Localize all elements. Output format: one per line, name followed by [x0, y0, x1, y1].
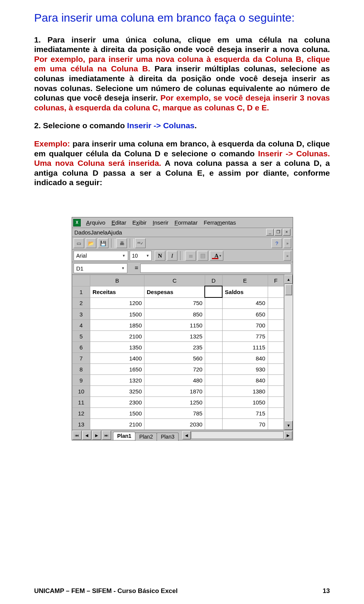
scroll-track[interactable] — [284, 296, 293, 421]
menu-ajuda[interactable]: Ajuda — [108, 229, 122, 236]
spellcheck-icon[interactable]: ᴬᴮ✓ — [135, 238, 146, 248]
scroll-left-icon[interactable]: ◀ — [182, 431, 191, 439]
cell[interactable] — [268, 286, 284, 297]
cell[interactable]: 1380 — [222, 386, 268, 397]
cell[interactable]: 930 — [222, 364, 268, 375]
print-icon[interactable]: 🖶 — [116, 238, 127, 248]
row-head[interactable]: 4 — [72, 320, 90, 331]
menu-exibir[interactable]: Exibir — [129, 219, 150, 226]
menu-arquivo[interactable]: Arquivo — [83, 219, 108, 226]
cell-active[interactable] — [205, 286, 222, 297]
formula-input[interactable] — [140, 264, 291, 273]
cell[interactable]: 2300 — [90, 397, 144, 408]
cell[interactable] — [268, 386, 284, 397]
cell[interactable] — [205, 331, 222, 342]
minimize-button[interactable]: _ — [266, 229, 274, 236]
row-head[interactable]: 6 — [72, 342, 90, 353]
sheet-tab-plan3[interactable]: Plan3 — [157, 433, 179, 441]
cell[interactable]: 1500 — [90, 408, 144, 419]
open-icon[interactable]: 📂 — [86, 238, 96, 248]
cell[interactable] — [268, 320, 284, 331]
cell[interactable]: 785 — [144, 408, 205, 419]
cell[interactable]: 850 — [144, 309, 205, 320]
name-box[interactable]: D1 ▼ — [74, 263, 127, 273]
cell[interactable]: 1850 — [90, 320, 144, 331]
sheet-tab-plan2[interactable]: Plan2 — [135, 433, 157, 441]
cell[interactable]: 70 — [222, 419, 268, 430]
cell[interactable] — [205, 419, 222, 430]
cell[interactable] — [205, 297, 222, 309]
cell[interactable]: 750 — [144, 297, 205, 309]
cell[interactable]: 480 — [144, 375, 205, 386]
indent-button[interactable]: ▤ — [198, 251, 208, 261]
cell[interactable]: 775 — [222, 331, 268, 342]
cell[interactable]: 450 — [222, 297, 268, 309]
col-head-B[interactable]: B — [90, 275, 144, 286]
col-head-E[interactable]: E — [222, 275, 268, 286]
first-sheet-icon[interactable]: ⏮ — [72, 431, 82, 440]
cell[interactable]: 1200 — [90, 297, 144, 309]
scroll-track[interactable] — [191, 431, 284, 439]
cell[interactable]: 1350 — [90, 342, 144, 353]
cell[interactable] — [205, 408, 222, 419]
cell[interactable]: 1650 — [90, 364, 144, 375]
row-head[interactable]: 8 — [72, 364, 90, 375]
cell[interactable]: 2030 — [144, 419, 205, 430]
cell[interactable]: 1115 — [222, 342, 268, 353]
align-button[interactable]: ≣ — [185, 251, 196, 261]
horizontal-scrollbar[interactable]: ◀ ▶ — [182, 430, 293, 440]
bold-button[interactable]: N — [155, 251, 165, 261]
row-head[interactable]: 1 — [72, 286, 90, 297]
scroll-up-icon[interactable]: ▲ — [284, 275, 293, 284]
menu-formatar[interactable]: Formatar — [171, 219, 201, 226]
row-head[interactable]: 11 — [72, 397, 90, 408]
cell[interactable]: 1500 — [90, 309, 144, 320]
cell[interactable] — [205, 375, 222, 386]
scroll-thumb[interactable] — [285, 285, 292, 295]
cell[interactable] — [268, 297, 284, 309]
next-sheet-icon[interactable]: ▶ — [92, 431, 101, 440]
close-button[interactable]: × — [283, 229, 290, 236]
menu-dados[interactable]: Dados — [74, 229, 91, 236]
equals-button[interactable]: = — [133, 264, 140, 272]
cell[interactable]: 1050 — [222, 397, 268, 408]
toolbar-overflow-icon[interactable]: » — [284, 251, 291, 261]
cell[interactable] — [268, 408, 284, 419]
row-head[interactable]: 9 — [72, 375, 90, 386]
row-head[interactable]: 13 — [72, 419, 90, 430]
cell[interactable]: 560 — [144, 353, 205, 364]
cell[interactable] — [205, 353, 222, 364]
row-head[interactable]: 12 — [72, 408, 90, 419]
toolbar-overflow-icon[interactable]: » — [284, 238, 291, 248]
help-icon[interactable]: ? — [271, 238, 282, 248]
cell[interactable] — [268, 419, 284, 430]
cell[interactable]: 1320 — [90, 375, 144, 386]
cell[interactable] — [205, 320, 222, 331]
cell[interactable]: Saldos — [222, 286, 268, 297]
menu-janela[interactable]: Janela — [91, 229, 107, 236]
row-head[interactable]: 5 — [72, 331, 90, 342]
cell[interactable] — [205, 309, 222, 320]
select-all-corner[interactable] — [72, 275, 90, 286]
scroll-right-icon[interactable]: ▶ — [284, 431, 292, 439]
font-size-select[interactable]: 10 ▼ — [130, 251, 152, 261]
col-head-D[interactable]: D — [205, 275, 222, 286]
row-head[interactable]: 3 — [72, 309, 90, 320]
last-sheet-icon[interactable]: ⏭ — [102, 431, 111, 440]
cell[interactable] — [268, 397, 284, 408]
cell[interactable]: 1150 — [144, 320, 205, 331]
spreadsheet-grid[interactable]: B C D E F 1 Receitas Despesas Saldos — [72, 275, 284, 430]
row-head[interactable]: 10 — [72, 386, 90, 397]
col-head-F[interactable]: F — [268, 275, 284, 286]
cell[interactable]: 235 — [144, 342, 205, 353]
cell[interactable]: 3250 — [90, 386, 144, 397]
vertical-scrollbar[interactable]: ▲ ▼ — [284, 275, 293, 430]
save-icon[interactable]: 💾 — [98, 238, 108, 248]
cell[interactable]: 720 — [144, 364, 205, 375]
cell[interactable]: 1400 — [90, 353, 144, 364]
row-head[interactable]: 7 — [72, 353, 90, 364]
cell[interactable]: 700 — [222, 320, 268, 331]
cell[interactable]: Despesas — [144, 286, 205, 297]
cell[interactable] — [205, 397, 222, 408]
cell[interactable] — [268, 353, 284, 364]
